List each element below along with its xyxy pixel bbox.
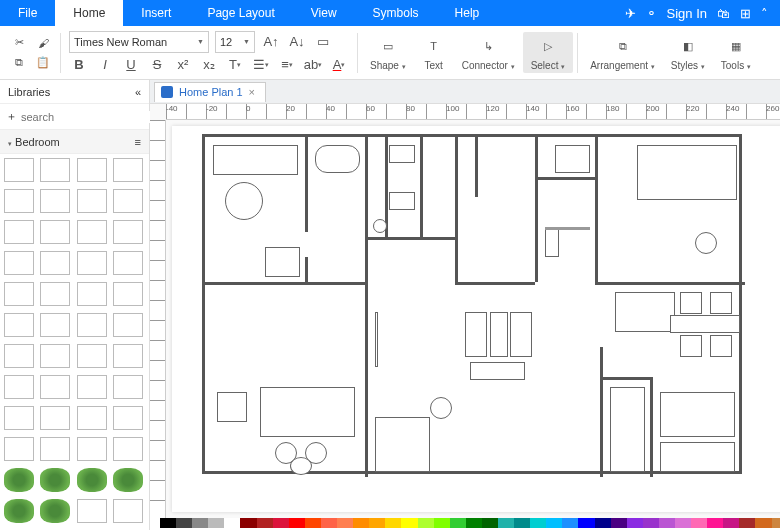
shape-item[interactable] <box>113 158 143 182</box>
shape-item[interactable] <box>40 282 70 306</box>
shape-item[interactable] <box>113 437 143 461</box>
shape-item[interactable] <box>40 344 70 368</box>
shape-plant[interactable] <box>40 499 70 523</box>
bullets-button[interactable]: ☰▾ <box>251 55 271 75</box>
shape-item[interactable] <box>4 375 34 399</box>
superscript-button[interactable]: x² <box>173 55 193 75</box>
color-swatch[interactable] <box>530 518 546 528</box>
shape-item[interactable] <box>77 251 107 275</box>
color-swatch[interactable] <box>240 518 256 528</box>
color-swatch[interactable] <box>418 518 434 528</box>
shape-plant[interactable] <box>113 468 143 492</box>
arrangement-tool[interactable]: ⧉ Arrangement ▾ <box>582 32 663 73</box>
category-bedroom[interactable]: ▾ Bedroom ≡ <box>0 130 149 154</box>
color-swatch[interactable] <box>353 518 369 528</box>
color-swatch[interactable] <box>192 518 208 528</box>
color-swatch[interactable] <box>498 518 514 528</box>
color-swatch[interactable] <box>401 518 417 528</box>
shape-item[interactable] <box>40 313 70 337</box>
color-swatch[interactable] <box>257 518 273 528</box>
font-size-select[interactable]: 12▼ <box>215 31 255 53</box>
shape-item[interactable] <box>113 406 143 430</box>
shape-item[interactable] <box>113 313 143 337</box>
add-library-icon[interactable]: ＋ <box>6 109 17 124</box>
color-swatch[interactable] <box>482 518 498 528</box>
shape-item[interactable] <box>77 189 107 213</box>
color-swatch[interactable] <box>369 518 385 528</box>
color-swatch[interactable] <box>305 518 321 528</box>
shape-item[interactable] <box>77 282 107 306</box>
shape-item[interactable] <box>40 437 70 461</box>
color-swatch[interactable] <box>611 518 627 528</box>
color-swatch[interactable] <box>755 518 771 528</box>
color-swatch[interactable] <box>434 518 450 528</box>
color-swatch[interactable] <box>514 518 530 528</box>
shape-item[interactable] <box>40 189 70 213</box>
shape-item[interactable] <box>4 189 34 213</box>
shape-plant[interactable] <box>4 468 34 492</box>
shape-item[interactable] <box>77 499 107 523</box>
shape-item[interactable] <box>113 375 143 399</box>
bold-button[interactable]: B <box>69 55 89 75</box>
shape-item[interactable] <box>4 344 34 368</box>
connector-tool[interactable]: ↳ Connector ▾ <box>454 32 523 73</box>
menu-insert[interactable]: Insert <box>123 0 189 26</box>
strikethrough-button[interactable]: S <box>147 55 167 75</box>
document-tab[interactable]: Home Plan 1 × <box>154 82 266 102</box>
shape-tool[interactable]: ▭ Shape ▾ <box>362 32 414 73</box>
send-icon[interactable]: ✈ <box>625 6 636 21</box>
shape-item[interactable] <box>113 344 143 368</box>
color-swatch[interactable] <box>627 518 643 528</box>
color-swatch[interactable] <box>273 518 289 528</box>
shape-plant[interactable] <box>77 468 107 492</box>
category-menu-icon[interactable]: ≡ <box>135 136 141 148</box>
select-tool[interactable]: ▷ Select ▾ <box>523 32 574 73</box>
color-swatch[interactable] <box>466 518 482 528</box>
color-swatch[interactable] <box>224 518 240 528</box>
shape-item[interactable] <box>4 406 34 430</box>
close-tab-icon[interactable]: × <box>249 86 255 98</box>
shape-item[interactable] <box>113 282 143 306</box>
font-select[interactable]: Times New Roman▼ <box>69 31 209 53</box>
text-case-button[interactable]: T▾ <box>225 55 245 75</box>
color-swatch[interactable] <box>546 518 562 528</box>
shape-item[interactable] <box>40 251 70 275</box>
menu-symbols[interactable]: Symbols <box>355 0 437 26</box>
color-swatch[interactable] <box>337 518 353 528</box>
highlight-icon[interactable]: ▭ <box>313 32 333 52</box>
floorplan[interactable] <box>202 134 742 474</box>
font-color-button[interactable]: A▾ <box>329 55 349 75</box>
decrease-font-icon[interactable]: A↓ <box>287 32 307 52</box>
color-swatch[interactable] <box>691 518 707 528</box>
color-swatch[interactable] <box>450 518 466 528</box>
shape-item[interactable] <box>4 251 34 275</box>
shape-item[interactable] <box>4 313 34 337</box>
shape-item[interactable] <box>113 251 143 275</box>
share-icon[interactable]: ⚬ <box>646 6 657 21</box>
shape-item[interactable] <box>77 344 107 368</box>
color-swatch[interactable] <box>659 518 675 528</box>
increase-font-icon[interactable]: A↑ <box>261 32 281 52</box>
line-spacing-button[interactable]: ≡▾ <box>277 55 297 75</box>
color-swatch[interactable] <box>176 518 192 528</box>
menu-help[interactable]: Help <box>437 0 498 26</box>
color-swatch[interactable] <box>595 518 611 528</box>
color-swatch[interactable] <box>707 518 723 528</box>
menu-home[interactable]: Home <box>55 0 123 26</box>
shape-item[interactable] <box>4 158 34 182</box>
italic-button[interactable]: I <box>95 55 115 75</box>
color-swatch[interactable] <box>562 518 578 528</box>
shape-item[interactable] <box>77 406 107 430</box>
copy-icon[interactable]: ⧉ <box>10 54 28 72</box>
color-swatch[interactable] <box>289 518 305 528</box>
shape-item[interactable] <box>77 220 107 244</box>
signin-link[interactable]: Sign In <box>667 6 707 21</box>
color-swatch[interactable] <box>643 518 659 528</box>
color-swatch[interactable] <box>675 518 691 528</box>
format-painter-icon[interactable]: 🖌 <box>34 34 52 52</box>
color-swatch[interactable] <box>321 518 337 528</box>
shape-item[interactable] <box>40 220 70 244</box>
collapse-sidebar-icon[interactable]: « <box>135 86 141 98</box>
menu-view[interactable]: View <box>293 0 355 26</box>
text-tool[interactable]: T Text <box>414 32 454 73</box>
